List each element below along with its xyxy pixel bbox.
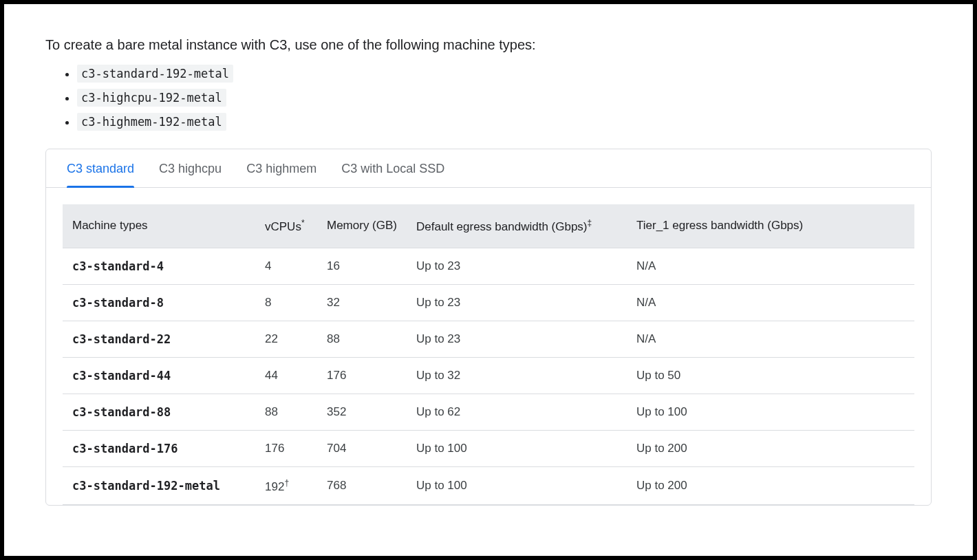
cell-tier1-egress: N/A xyxy=(627,284,914,321)
cell-default-egress: Up to 23 xyxy=(407,284,627,321)
cell-machine-type: c3-standard-4 xyxy=(63,248,255,284)
cell-memory: 88 xyxy=(317,321,407,357)
cell-default-egress: Up to 32 xyxy=(407,357,627,394)
cell-tier1-egress: Up to 50 xyxy=(627,357,914,394)
intro-text: To create a bare metal instance with C3,… xyxy=(45,37,932,53)
cell-vcpus: 88 xyxy=(255,394,317,430)
cell-vcpus: 8 xyxy=(255,284,317,321)
tab-panel: C3 standard C3 highcpu C3 highmem C3 wit… xyxy=(45,149,932,506)
header-default-egress: Default egress bandwidth (Gbps)‡ xyxy=(407,204,627,248)
table-row: c3-standard-176176704Up to 100Up to 200 xyxy=(63,430,914,466)
list-item: c3-highcpu-192-metal xyxy=(77,91,932,105)
table-row: c3-standard-4416Up to 23N/A xyxy=(63,248,914,284)
cell-vcpus: 22 xyxy=(255,321,317,357)
tab-c3-highmem[interactable]: C3 highmem xyxy=(246,162,316,187)
cell-vcpus-value: 88 xyxy=(265,405,278,418)
cell-memory: 352 xyxy=(317,394,407,430)
tab-c3-local-ssd[interactable]: C3 with Local SSD xyxy=(341,162,444,187)
header-memory: Memory (GB) xyxy=(317,204,407,248)
cell-machine-type: c3-standard-44 xyxy=(63,357,255,394)
table-row: c3-standard-8832Up to 23N/A xyxy=(63,284,914,321)
table-row: c3-standard-222288Up to 23N/A xyxy=(63,321,914,357)
table-row: c3-standard-8888352Up to 62Up to 100 xyxy=(63,394,914,430)
header-vcpus: vCPUs* xyxy=(255,204,317,248)
list-item: c3-highmem-192-metal xyxy=(77,115,932,129)
cell-tier1-egress: Up to 100 xyxy=(627,394,914,430)
cell-default-egress: Up to 23 xyxy=(407,248,627,284)
table-row: c3-standard-192-metal192†768Up to 100Up … xyxy=(63,466,914,505)
cell-machine-type: c3-standard-176 xyxy=(63,430,255,466)
cell-memory: 176 xyxy=(317,357,407,394)
cell-vcpus-sup: † xyxy=(284,478,289,488)
cell-memory: 768 xyxy=(317,466,407,505)
cell-vcpus: 192† xyxy=(255,466,317,505)
cell-vcpus-value: 22 xyxy=(265,332,278,345)
table-row: c3-standard-4444176Up to 32Up to 50 xyxy=(63,357,914,394)
cell-machine-type: c3-standard-22 xyxy=(63,321,255,357)
cell-vcpus-value: 192 xyxy=(265,480,284,493)
cell-vcpus-value: 4 xyxy=(265,259,271,272)
header-default-egress-sup: ‡ xyxy=(588,218,592,228)
cell-memory: 16 xyxy=(317,248,407,284)
cell-tier1-egress: N/A xyxy=(627,321,914,357)
cell-memory: 32 xyxy=(317,284,407,321)
cell-vcpus: 44 xyxy=(255,357,317,394)
header-machine-types: Machine types xyxy=(63,204,255,248)
table-header-row: Machine types vCPUs* Memory (GB) Default… xyxy=(63,204,914,248)
cell-default-egress: Up to 100 xyxy=(407,466,627,505)
cell-vcpus-value: 176 xyxy=(265,442,284,455)
header-default-egress-text: Default egress bandwidth (Gbps) xyxy=(416,220,588,233)
cell-memory: 704 xyxy=(317,430,407,466)
header-vcpus-sup: * xyxy=(301,218,305,228)
machine-type-code: c3-standard-192-metal xyxy=(77,65,233,83)
cell-vcpus: 176 xyxy=(255,430,317,466)
cell-machine-type: c3-standard-8 xyxy=(63,284,255,321)
cell-vcpus-value: 8 xyxy=(265,296,271,309)
cell-vcpus-value: 44 xyxy=(265,369,278,382)
cell-machine-type: c3-standard-88 xyxy=(63,394,255,430)
tab-c3-standard[interactable]: C3 standard xyxy=(67,162,134,187)
cell-machine-type: c3-standard-192-metal xyxy=(63,466,255,505)
cell-tier1-egress: Up to 200 xyxy=(627,430,914,466)
tab-c3-highcpu[interactable]: C3 highcpu xyxy=(159,162,222,187)
header-tier1-egress: Tier_1 egress bandwidth (Gbps) xyxy=(627,204,914,248)
list-item: c3-standard-192-metal xyxy=(77,67,932,81)
cell-default-egress: Up to 100 xyxy=(407,430,627,466)
machine-type-code: c3-highcpu-192-metal xyxy=(77,89,226,107)
cell-tier1-egress: Up to 200 xyxy=(627,466,914,505)
machine-types-table: Machine types vCPUs* Memory (GB) Default… xyxy=(63,204,914,505)
machine-type-list: c3-standard-192-metal c3-highcpu-192-met… xyxy=(45,67,932,129)
cell-default-egress: Up to 23 xyxy=(407,321,627,357)
machine-type-code: c3-highmem-192-metal xyxy=(77,113,226,131)
cell-default-egress: Up to 62 xyxy=(407,394,627,430)
header-vcpus-text: vCPUs xyxy=(265,220,301,233)
tab-bar: C3 standard C3 highcpu C3 highmem C3 wit… xyxy=(46,149,931,188)
cell-vcpus: 4 xyxy=(255,248,317,284)
cell-tier1-egress: N/A xyxy=(627,248,914,284)
